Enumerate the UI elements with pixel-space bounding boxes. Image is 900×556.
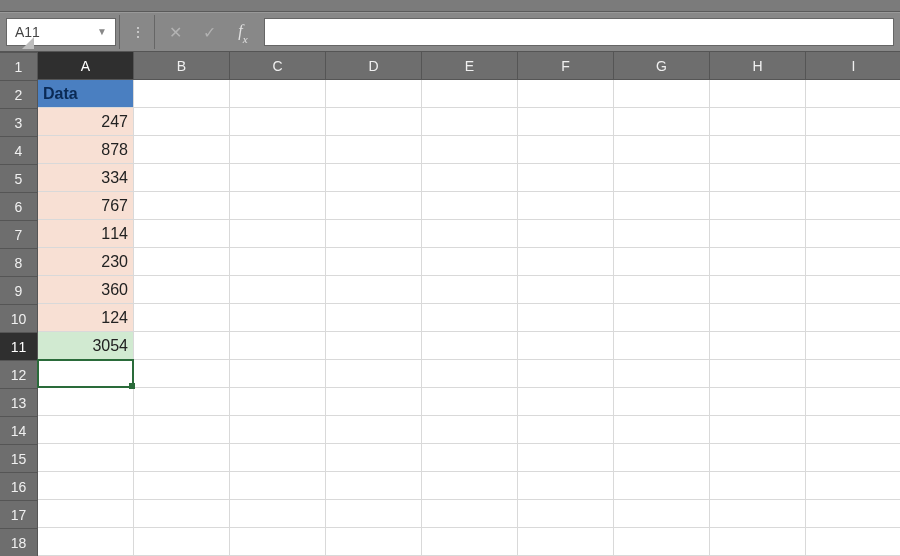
cell-A12[interactable] [38,388,134,416]
cell-I8[interactable] [806,276,900,304]
cell-E13[interactable] [422,416,518,444]
cell-H13[interactable] [710,416,806,444]
more-icon[interactable]: ⋮ [123,24,151,40]
cell-B6[interactable] [134,220,230,248]
cell-A1[interactable]: Data [38,80,134,108]
cell-H14[interactable] [710,444,806,472]
cell-D9[interactable] [326,304,422,332]
column-header-F[interactable]: F [518,52,614,80]
cell-D8[interactable] [326,276,422,304]
column-header-C[interactable]: C [230,52,326,80]
cell-H17[interactable] [710,528,806,556]
cell-I5[interactable] [806,192,900,220]
cell-H9[interactable] [710,304,806,332]
cell-H11[interactable] [710,360,806,388]
cell-F6[interactable] [518,220,614,248]
cell-C8[interactable] [230,276,326,304]
cell-I12[interactable] [806,388,900,416]
cell-H10[interactable] [710,332,806,360]
cell-A8[interactable]: 360 [38,276,134,304]
cell-H16[interactable] [710,500,806,528]
row-header-5[interactable]: 5 [0,165,38,193]
cell-A4[interactable]: 334 [38,164,134,192]
cell-H2[interactable] [710,108,806,136]
cell-G10[interactable] [614,332,710,360]
column-header-A[interactable]: A [38,52,134,80]
cell-B2[interactable] [134,108,230,136]
formula-input[interactable] [264,18,894,46]
cell-C3[interactable] [230,136,326,164]
column-header-D[interactable]: D [326,52,422,80]
cell-A13[interactable] [38,416,134,444]
cell-C6[interactable] [230,220,326,248]
cell-C16[interactable] [230,500,326,528]
row-header-7[interactable]: 7 [0,221,38,249]
cell-E5[interactable] [422,192,518,220]
row-header-16[interactable]: 16 [0,473,38,501]
cell-F4[interactable] [518,164,614,192]
cell-D10[interactable] [326,332,422,360]
cell-D1[interactable] [326,80,422,108]
cell-D3[interactable] [326,136,422,164]
fx-button[interactable]: fx [226,12,260,52]
row-header-11[interactable]: 11 [0,333,38,361]
row-header-1[interactable]: 1 [0,53,38,81]
cell-D6[interactable] [326,220,422,248]
cell-D5[interactable] [326,192,422,220]
cell-H12[interactable] [710,388,806,416]
cell-I4[interactable] [806,164,900,192]
cell-I6[interactable] [806,220,900,248]
accept-button[interactable]: ✓ [192,12,226,52]
cell-I14[interactable] [806,444,900,472]
row-header-13[interactable]: 13 [0,389,38,417]
cell-H5[interactable] [710,192,806,220]
cell-I3[interactable] [806,136,900,164]
cell-D4[interactable] [326,164,422,192]
cell-G9[interactable] [614,304,710,332]
column-header-B[interactable]: B [134,52,230,80]
cell-F15[interactable] [518,472,614,500]
cell-F1[interactable] [518,80,614,108]
cell-E16[interactable] [422,500,518,528]
cell-C4[interactable] [230,164,326,192]
cell-G13[interactable] [614,416,710,444]
cell-A10[interactable]: 3054 [38,332,134,360]
row-header-8[interactable]: 8 [0,249,38,277]
row-header-12[interactable]: 12 [0,361,38,389]
row-header-9[interactable]: 9 [0,277,38,305]
cell-C7[interactable] [230,248,326,276]
cell-F16[interactable] [518,500,614,528]
cell-F7[interactable] [518,248,614,276]
select-all-corner[interactable] [0,52,38,53]
cell-H1[interactable] [710,80,806,108]
cell-G16[interactable] [614,500,710,528]
cell-D12[interactable] [326,388,422,416]
cell-A6[interactable]: 114 [38,220,134,248]
cell-E11[interactable] [422,360,518,388]
cell-G1[interactable] [614,80,710,108]
cell-C10[interactable] [230,332,326,360]
cell-C5[interactable] [230,192,326,220]
row-header-4[interactable]: 4 [0,137,38,165]
row-header-6[interactable]: 6 [0,193,38,221]
cell-D13[interactable] [326,416,422,444]
column-header-I[interactable]: I [806,52,900,80]
cell-I10[interactable] [806,332,900,360]
cell-C1[interactable] [230,80,326,108]
cell-G11[interactable] [614,360,710,388]
cell-I13[interactable] [806,416,900,444]
cell-I15[interactable] [806,472,900,500]
cell-G17[interactable] [614,528,710,556]
cell-B12[interactable] [134,388,230,416]
cell-B15[interactable] [134,472,230,500]
cell-G15[interactable] [614,472,710,500]
cell-I9[interactable] [806,304,900,332]
cell-F14[interactable] [518,444,614,472]
cell-E9[interactable] [422,304,518,332]
cell-I11[interactable] [806,360,900,388]
row-header-3[interactable]: 3 [0,109,38,137]
cell-D11[interactable] [326,360,422,388]
cell-C2[interactable] [230,108,326,136]
column-header-G[interactable]: G [614,52,710,80]
row-header-14[interactable]: 14 [0,417,38,445]
